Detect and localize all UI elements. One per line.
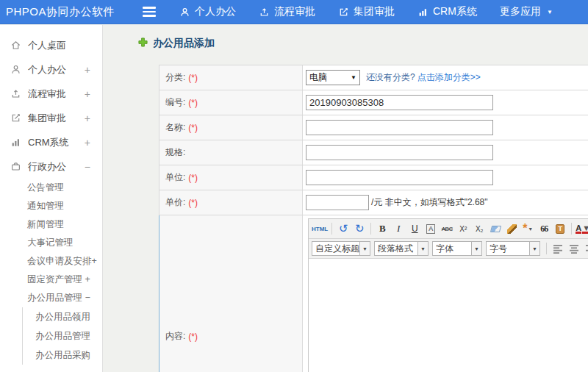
expand-toggle[interactable]: + [85, 137, 90, 149]
expand-toggle[interactable]: + [85, 64, 90, 76]
code-input[interactable] [306, 95, 493, 110]
strikethrough-button[interactable]: ABC [440, 221, 454, 236]
caret-down-icon: ▼ [582, 224, 588, 234]
nav-crm-system[interactable]: CRM系统 [417, 5, 477, 18]
sidebar-sub-label: 新闻管理 [27, 218, 64, 231]
format-a-button[interactable]: A [423, 221, 438, 236]
sidebar-item-meeting-request[interactable]: 会议申请及安排+ [0, 252, 102, 271]
sidebar-item-news-mgmt[interactable]: 新闻管理 [0, 215, 102, 234]
undo-icon[interactable]: ↺ [336, 221, 351, 236]
font-size-dropdown[interactable]: 字号 ▼ [486, 241, 540, 256]
paragraph-format-dropdown[interactable]: 段落格式 ▼ [374, 241, 429, 256]
category-select[interactable]: 电脑 ▼ [306, 70, 360, 85]
edit-square-icon [338, 7, 349, 18]
unit-input[interactable] [306, 170, 493, 185]
price-hint-text: /元 非中文，如填写格式"2.68" [371, 196, 488, 209]
sidebar-sub-label: 大事记管理 [27, 237, 74, 249]
sidebar: 个人桌面 个人办公 + 流程审批 + 集团审批 + [0, 25, 103, 372]
align-left-icon[interactable] [551, 241, 565, 256]
spec-input[interactable] [306, 145, 493, 160]
name-input[interactable] [306, 120, 493, 135]
edit-square-icon [10, 112, 21, 124]
sidebar-subsub-label: 办公用品管理 [35, 330, 90, 343]
sidebar-item-label: 集团审批 [28, 112, 66, 125]
sidebar-item-crm[interactable]: CRM系统 + [0, 130, 102, 154]
toolbar-separator [571, 223, 572, 235]
person-icon [179, 7, 190, 18]
sidebar-item-supplies-management[interactable]: 办公用品管理 [23, 326, 102, 346]
page-title: 办公用品添加 [138, 35, 588, 51]
font-family-dropdown[interactable]: 字体 ▼ [432, 241, 482, 256]
nav-process-approval[interactable]: 流程审批 [259, 5, 315, 18]
no-category-text: 还没有分类? [366, 71, 415, 84]
sidebar-item-group-approval[interactable]: 集团审批 + [0, 106, 102, 130]
toolbar-separator [546, 243, 547, 254]
sidebar-item-label: 流程审批 [28, 87, 66, 101]
required-mark: (*) [188, 98, 198, 108]
italic-button[interactable]: I [391, 221, 406, 236]
hamburger-menu-icon[interactable] [143, 7, 156, 17]
expand-toggle[interactable]: − [85, 161, 90, 173]
custom-title-dropdown[interactable]: 自定义标题 ▼ [312, 241, 370, 256]
html-source-button[interactable]: HTML [312, 221, 328, 236]
sidebar-item-admin-office[interactable]: 行政办公 − [0, 154, 102, 179]
sidebar-item-supplies-requisition[interactable]: 办公用品领用 [23, 307, 102, 326]
editor-toolbar-row2: 自定义标题 ▼ 段落格式 ▼ 字体 ▼ 字号 ▼ [309, 239, 588, 259]
redo-icon[interactable]: ↻ [352, 221, 367, 236]
nav-personal-office[interactable]: 个人办公 [179, 5, 236, 18]
app-logo[interactable]: PHPOA协同办公软件 [0, 5, 131, 19]
code-label: 编号: (*) [159, 90, 303, 115]
eraser-icon[interactable] [488, 221, 503, 236]
auto-typeset-button[interactable]: * ▼ [520, 221, 535, 236]
blockquote-button[interactable]: 66 [537, 221, 551, 236]
add-supplies-form: 分类: (*) 电脑 ▼ 还没有分类? 点击添加分类>> 编号: (*) [159, 65, 588, 372]
required-mark: (*) [188, 73, 198, 83]
sidebar-item-notice-mgmt[interactable]: 通知管理 [0, 197, 102, 215]
process-icon [10, 88, 21, 99]
sidebar-item-process-approval[interactable]: 流程审批 + [0, 82, 102, 106]
form-row-name: 名称: (*) [159, 115, 588, 140]
align-right-icon[interactable] [583, 241, 588, 256]
nav-label: 集团审批 [354, 5, 395, 18]
expand-toggle[interactable]: + [85, 112, 90, 124]
content-label: 内容: (*) [159, 215, 303, 372]
nav-group-approval[interactable]: 集团审批 [338, 5, 395, 18]
caret-down-icon: ▼ [471, 242, 481, 255]
sidebar-item-personal-desktop[interactable]: 个人桌面 [0, 33, 102, 57]
top-header: PHPOA协同办公软件 个人办公 流程审批 [0, 0, 588, 24]
form-row-content: 内容: (*) HTML ↺ ↻ B I U A ABC [159, 215, 588, 372]
underline-button[interactable]: U [407, 221, 422, 236]
sidebar-sub-label: 公告管理 [27, 182, 64, 194]
sidebar-item-fixed-assets-mgmt[interactable]: 固定资产管理 + [0, 271, 102, 289]
sidebar-item-supplies-purchase[interactable]: 办公用品采购 [23, 346, 102, 365]
subscript-button[interactable]: X₂ [472, 221, 487, 236]
editor-content-area[interactable] [309, 259, 588, 372]
paste-as-text-icon[interactable]: T [553, 221, 567, 236]
nav-label: 个人办公 [195, 5, 236, 18]
bold-button[interactable]: B [375, 221, 390, 236]
sidebar-item-memorabilia-mgmt[interactable]: 大事记管理 [0, 234, 102, 252]
sidebar-subsub-label: 办公用品采购 [35, 349, 90, 362]
sidebar-item-personal-office[interactable]: 个人办公 + [0, 57, 102, 82]
select-caret-icon: ▼ [351, 74, 356, 81]
expand-toggle[interactable]: + [85, 88, 90, 100]
font-color-button[interactable]: A ▼ [576, 221, 588, 236]
price-label: 单价: (*) [159, 190, 303, 215]
add-category-link[interactable]: 点击添加分类>> [417, 71, 481, 84]
form-row-code: 编号: (*) [159, 90, 588, 115]
spec-label: 规格: [159, 140, 303, 165]
sidebar-item-office-supplies-mgmt[interactable]: 办公用品管理 − [0, 289, 102, 307]
nav-more-apps[interactable]: 更多应用 ▼ [500, 5, 553, 18]
required-mark: (*) [188, 173, 198, 183]
rich-text-editor: HTML ↺ ↻ B I U A ABC X² X₂ [308, 218, 588, 372]
name-label: 名称: (*) [159, 115, 303, 140]
caret-down-icon: ▼ [528, 226, 533, 232]
superscript-button[interactable]: X² [456, 221, 470, 236]
required-mark: (*) [188, 332, 198, 342]
sidebar-item-announcement-mgmt[interactable]: 公告管理 [0, 179, 102, 197]
top-navigation: 个人办公 流程审批 集团审批 CRM系统 [179, 5, 553, 18]
nav-label: 更多应用 [500, 5, 541, 18]
format-brush-icon[interactable] [504, 221, 519, 236]
price-input[interactable] [306, 195, 369, 210]
align-center-icon[interactable] [567, 241, 581, 256]
